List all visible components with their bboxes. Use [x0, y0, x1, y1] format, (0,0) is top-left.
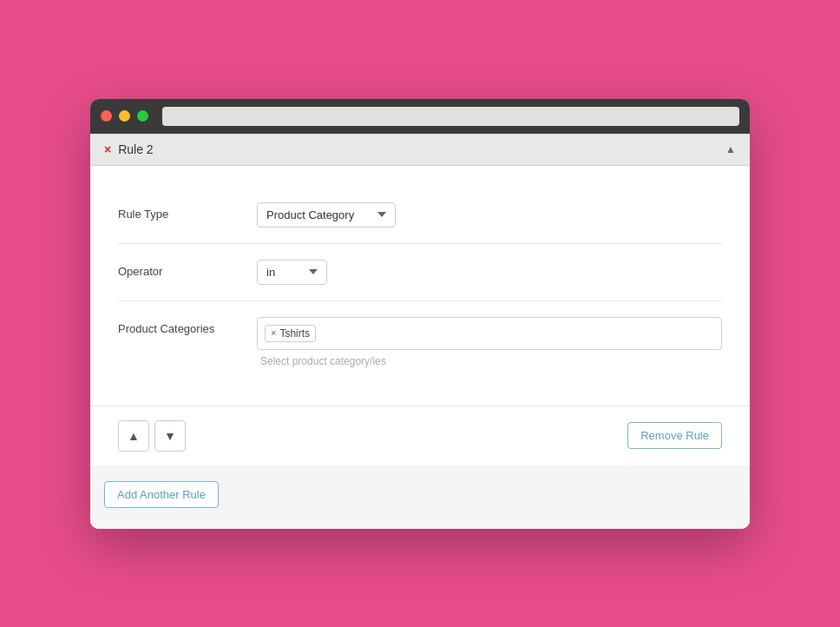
content-area: × Rule 2 ▲ Rule Type Product Category Pr…	[90, 134, 750, 529]
rule-body: Rule Type Product Category Product Custo…	[90, 166, 750, 406]
tag-tshirts: × Tshirts	[265, 325, 316, 342]
rule-type-label: Rule Type	[118, 202, 257, 221]
operator-row: Operator in not in equals	[118, 244, 722, 301]
url-bar[interactable]	[162, 107, 739, 126]
titlebar	[90, 99, 750, 134]
rule-close-icon[interactable]: ×	[104, 142, 111, 156]
collapse-arrow-icon[interactable]: ▲	[725, 143, 736, 155]
rule-type-control: Product Category Product Customer	[257, 202, 722, 228]
close-button[interactable]	[101, 110, 112, 122]
bottom-area: Add Another Rule	[90, 465, 750, 529]
chevron-down-icon: ▼	[164, 429, 176, 443]
app-window: × Rule 2 ▲ Rule Type Product Category Pr…	[90, 99, 750, 529]
rule-header-left: × Rule 2	[104, 142, 154, 156]
tags-input[interactable]: × Tshirts	[257, 317, 722, 350]
product-categories-control: × Tshirts Select product category/ies	[257, 317, 722, 369]
move-up-button[interactable]: ▲	[118, 420, 149, 452]
tag-label: Tshirts	[279, 327, 310, 340]
rule-type-select[interactable]: Product Category Product Customer	[257, 202, 396, 228]
rule-type-row: Rule Type Product Category Product Custo…	[118, 187, 722, 244]
move-buttons: ▲ ▼	[118, 420, 186, 452]
rule-title: Rule 2	[118, 142, 153, 156]
chevron-up-icon: ▲	[128, 429, 140, 443]
tag-remove-icon[interactable]: ×	[271, 328, 276, 338]
product-categories-label: Product Categories	[118, 317, 257, 335]
product-categories-row: Product Categories × Tshirts Select prod…	[118, 301, 722, 385]
maximize-button[interactable]	[137, 110, 148, 122]
remove-rule-button[interactable]: Remove Rule	[627, 422, 722, 449]
operator-control: in not in equals	[257, 260, 722, 285]
rule-header: × Rule 2 ▲	[90, 134, 750, 166]
categories-placeholder: Select product category/ies	[257, 353, 722, 369]
move-down-button[interactable]: ▼	[154, 420, 186, 452]
operator-label: Operator	[118, 260, 257, 278]
action-row: ▲ ▼ Remove Rule	[90, 406, 750, 465]
operator-select[interactable]: in not in equals	[257, 260, 327, 285]
minimize-button[interactable]	[119, 110, 130, 122]
add-another-rule-button[interactable]: Add Another Rule	[104, 481, 219, 508]
